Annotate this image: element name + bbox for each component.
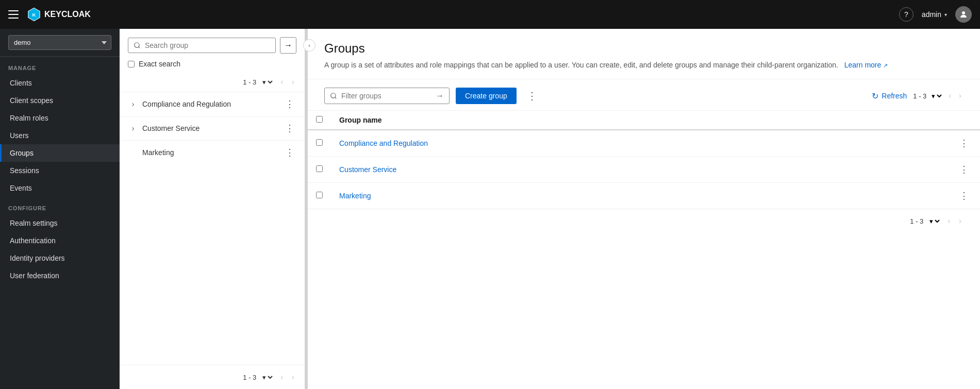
main-layout: demo master Manage Clients Client scopes… [0, 29, 980, 389]
keycloak-logo[interactable]: K KEYCLOAK [27, 7, 91, 22]
tree-groups-list: › Compliance and Regulation ⋮ › Customer… [120, 92, 305, 365]
tree-bottom-next-button[interactable]: › [290, 371, 296, 383]
tree-panel: → Exact search 1 - 3 ▾ ‹ › › Compliance … [120, 29, 305, 389]
sidebar-item-events[interactable]: Events [0, 179, 120, 197]
row-kebab-button[interactable]: ⋮ [956, 137, 972, 150]
learn-more-link[interactable]: Learn more ↗ [842, 61, 888, 69]
avatar[interactable] [955, 6, 972, 23]
tree-group-item[interactable]: Marketing ⋮ [120, 140, 305, 164]
tree-bottom-pagination-select[interactable]: ▾ [260, 373, 274, 382]
sidebar-item-label-identity-providers: Identity providers [10, 254, 65, 262]
table-cell-name: Customer Service [331, 157, 948, 183]
sidebar-item-users[interactable]: Users [0, 127, 120, 144]
user-menu[interactable]: admin ▾ [922, 10, 947, 19]
table-bottom-pagination: 1 - 3 ▾ ‹ › [308, 209, 980, 233]
sidebar-item-authentication[interactable]: Authentication [0, 232, 120, 249]
sidebar-item-groups[interactable]: Groups [0, 144, 120, 162]
row-checkbox[interactable] [316, 192, 323, 198]
navbar-right: ? admin ▾ [899, 6, 972, 23]
tree-group-kebab[interactable]: ⋮ [283, 122, 296, 135]
bottom-pagination-select[interactable]: ▾ [927, 217, 941, 226]
sidebar-item-label-users: Users [10, 131, 29, 140]
table-row: Compliance and Regulation ⋮ [308, 130, 980, 157]
user-dropdown-arrow: ▾ [944, 12, 947, 18]
tree-group-item[interactable]: › Customer Service ⋮ [120, 116, 305, 140]
content-wrapper: → Exact search 1 - 3 ▾ ‹ › › Compliance … [120, 29, 980, 389]
tree-bottom-pagination-label: 1 - 3 [243, 374, 256, 381]
table-body: Compliance and Regulation ⋮ Customer Ser… [308, 130, 980, 209]
sidebar-item-sessions[interactable]: Sessions [0, 162, 120, 179]
tree-prev-button[interactable]: ‹ [278, 76, 285, 88]
exact-search-checkbox[interactable] [128, 61, 135, 67]
bottom-next-button[interactable]: › [957, 215, 964, 227]
tree-group-kebab[interactable]: ⋮ [283, 146, 296, 159]
main-panel: Groups A group is a set of attributes an… [308, 29, 980, 389]
svg-line-5 [139, 47, 140, 48]
toolbar-pagination: 1 - 3 ▾ ‹ › [913, 90, 964, 102]
group-link[interactable]: Compliance and Regulation [339, 139, 428, 147]
help-button[interactable]: ? [899, 7, 913, 22]
tree-search-input[interactable] [145, 41, 270, 49]
group-link[interactable]: Customer Service [339, 165, 396, 174]
groups-description-text: A group is a set of attributes and role … [324, 61, 838, 69]
row-kebab-button[interactable]: ⋮ [956, 189, 972, 202]
tree-bottom-prev-button[interactable]: ‹ [278, 371, 285, 383]
create-group-button[interactable]: Create group [456, 88, 517, 104]
filter-groups-input[interactable] [341, 92, 431, 100]
table-header-group-name: Group name [331, 111, 948, 130]
table-cell-actions: ⋮ [948, 157, 980, 183]
row-kebab-button[interactable]: ⋮ [956, 163, 972, 176]
group-link[interactable]: Marketing [339, 192, 371, 200]
sidebar-item-realm-roles[interactable]: Realm roles [0, 109, 120, 127]
tree-group-item[interactable]: › Compliance and Regulation ⋮ [120, 92, 305, 116]
select-all-checkbox[interactable] [316, 116, 323, 123]
filter-input-wrap[interactable]: → [324, 88, 450, 104]
sidebar-item-label-events: Events [10, 184, 32, 192]
toolbar-pagination-select[interactable]: ▾ [929, 92, 943, 100]
row-checkbox[interactable] [316, 165, 323, 172]
tree-pagination-select[interactable]: ▾ [260, 78, 274, 87]
tree-group-kebab[interactable]: ⋮ [283, 97, 296, 111]
sidebar-item-client-scopes[interactable]: Client scopes [0, 92, 120, 109]
toolbar-prev-button[interactable]: ‹ [946, 90, 953, 102]
collapse-panel-button[interactable]: ‹ [303, 39, 315, 52]
bottom-prev-button[interactable]: ‹ [945, 215, 952, 227]
table-cell-checkbox [308, 157, 331, 183]
navbar: K KEYCLOAK ? admin ▾ [0, 0, 980, 29]
tree-search-input-wrap[interactable] [128, 38, 276, 53]
table-cell-actions: ⋮ [948, 130, 980, 157]
logo-text: KEYCLOAK [44, 10, 91, 19]
svg-point-6 [331, 93, 336, 98]
table-cell-checkbox [308, 183, 331, 209]
tree-group-name: Compliance and Regulation [142, 100, 279, 108]
groups-header: Groups A group is a set of attributes an… [308, 29, 980, 79]
tree-expand-button[interactable]: › [128, 100, 138, 108]
sidebar-item-identity-providers[interactable]: Identity providers [0, 249, 120, 267]
sidebar-item-realm-settings[interactable]: Realm settings [0, 214, 120, 232]
filter-arrow-button[interactable]: → [436, 91, 444, 100]
toolbar-kebab-button[interactable]: ⋮ [523, 88, 541, 104]
exact-search-label[interactable]: Exact search [139, 60, 180, 68]
hamburger-menu[interactable] [8, 8, 21, 21]
tree-search-go-button[interactable]: → [280, 37, 296, 54]
realm-selector[interactable]: demo master [0, 29, 120, 57]
table-cell-actions: ⋮ [948, 183, 980, 209]
table-header-actions [948, 111, 980, 130]
tree-pagination-bottom: 1 - 3 ▾ ‹ › [120, 365, 305, 389]
refresh-button[interactable]: ↻ Refresh [872, 91, 907, 101]
sidebar-item-label-realm-roles: Realm roles [10, 114, 48, 122]
table-cell-name: Marketing [331, 183, 948, 209]
row-checkbox[interactable] [316, 139, 323, 146]
sidebar-item-label-realm-settings: Realm settings [10, 219, 58, 227]
table-header: Group name [308, 111, 980, 130]
realm-select[interactable]: demo master [8, 35, 111, 50]
page-title: Groups [324, 41, 964, 56]
table-header-checkbox-cell [308, 111, 331, 130]
sidebar-item-label-sessions: Sessions [10, 166, 39, 175]
tree-next-button[interactable]: › [290, 76, 296, 88]
sidebar-item-user-federation[interactable]: User federation [0, 267, 120, 284]
tree-expand-button[interactable]: › [128, 124, 138, 132]
toolbar-next-button[interactable]: › [957, 90, 964, 102]
sidebar-item-clients[interactable]: Clients [0, 74, 120, 92]
table-row: Marketing ⋮ [308, 183, 980, 209]
